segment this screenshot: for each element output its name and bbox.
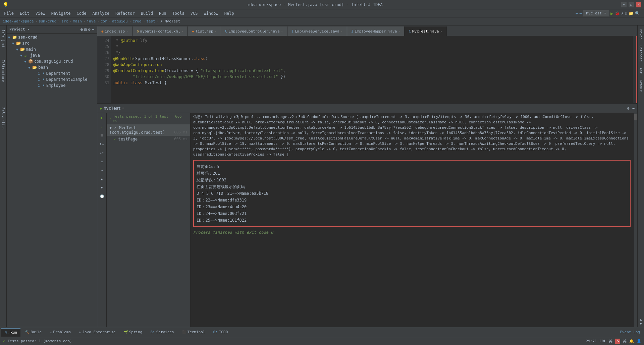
tree-item-src[interactable]: ▼ 📂 src [7,40,97,46]
tree-item-java[interactable]: ▼ ☕ java [7,52,97,58]
bottom-tab-todo[interactable]: 6: TODO [210,328,231,337]
menu-analyze[interactable]: Analyze [90,10,112,16]
bottom-tab-spring[interactable]: 🌱 Spring [120,328,146,337]
menu-refactor[interactable]: Refactor [113,10,138,16]
tree-item-department[interactable]: C • Department [7,70,97,76]
run-down-icon[interactable]: ▼ [99,184,105,191]
bottom-tab-java-enterprise[interactable]: ☕ Java Enterprise [75,328,119,337]
bottom-tab-problems[interactable]: ⚠ Problems [46,328,74,337]
menu-view[interactable]: View [33,10,48,16]
project-settings-icon[interactable]: ⚙ [88,27,91,32]
menu-help[interactable]: Help [222,10,237,16]
test-case-item[interactable]: ✓ testPage 605 ms [107,136,190,142]
run-time-icon[interactable]: 🕐 [99,193,105,199]
project-collapse-icon[interactable]: ⊟ [84,27,87,32]
debug-button[interactable]: 🐞 [615,11,620,16]
menu-file[interactable]: File [1,10,16,16]
run-sort-asc[interactable]: ↑↓ [99,140,105,147]
menu-run[interactable]: Run [156,10,169,16]
log-scrollbar[interactable] [633,113,637,327]
favorites-tool-icon[interactable]: 2:Favorites [1,106,5,131]
run-minimize-icon[interactable]: − [632,106,635,111]
tab-employee-controller[interactable]: C EmployeeController.java ✕ [221,26,287,36]
run-rerun-check[interactable]: ✓ [99,123,105,130]
tree-item-departmentexample[interactable]: C • DepartmentExample [7,76,97,82]
scroll-up-button[interactable]: ▲ [640,318,642,321]
menu-build[interactable]: Build [138,10,156,16]
menu-window[interactable]: Window [201,10,221,16]
tab-employee-mapper[interactable]: I EmployeeMapper.java ✕ [347,26,405,36]
nav-back-icon[interactable]: ← [576,11,578,16]
run-button[interactable]: ▶ [610,11,613,16]
breadcrumb-mvctest[interactable]: ⚡ MvcTest [160,19,180,23]
run-sort-desc[interactable]: ↓↑ [99,149,105,156]
tab-list-jsp[interactable]: ◆ list.jsp ✕ [188,26,221,36]
run-tab-close[interactable]: ✕ [122,106,124,110]
git-logo[interactable]: 👤 [637,339,641,343]
run-export-icon[interactable]: ⇒ [99,167,105,173]
encoding-indicator[interactable]: CRL [600,339,606,343]
breadcrumb-crud[interactable]: crud [132,19,142,23]
structure-tool-icon[interactable]: Z:Structure [1,58,5,83]
bottom-tab-terminal[interactable]: ⬛ Terminal [179,328,209,337]
run-play-button[interactable]: ▶ [99,114,105,121]
tree-item-ssm-crud[interactable]: ▼ 📁 ssm-crud [7,34,97,40]
menu-code[interactable]: Code [74,10,89,16]
toolbar-icon1[interactable]: ⚙ [625,11,627,16]
run-settings-icon[interactable]: ⚙ [627,106,630,111]
lang-indicator[interactable]: 英 [609,339,612,344]
notifications-icon[interactable]: 🔔 [629,339,634,343]
bottom-tab-run[interactable]: 4: Run [1,328,20,337]
run-config-dropdown[interactable]: MvcTest ▾ [583,10,609,16]
tab-mvctest[interactable]: C MvcTest.java ✕ [405,26,446,36]
menu-edit[interactable]: Edit [17,10,32,16]
run-up-icon[interactable]: ▲ [99,175,105,182]
breadcrumb-workspace[interactable]: idea-workspace [3,19,34,23]
breadcrumb-src[interactable]: src [61,19,68,23]
tree-item-bean[interactable]: ▼ 📂 bean [7,64,97,70]
code-content[interactable]: * @author lfy * */ @RunWith(SpringJUnit4… [111,36,633,103]
breadcrumb-test[interactable]: test [146,19,155,23]
tab-index-jsp[interactable]: ◆ index.jsp ✕ [97,26,132,36]
breadcrumb-java[interactable]: java [87,19,96,23]
maximize-button[interactable]: □ [629,2,634,7]
tab-close-controller[interactable]: ✕ [281,30,283,33]
menu-vcs[interactable]: VCS [188,10,201,16]
toolbar-icon3[interactable]: 🔍 [635,11,640,16]
bottom-tab-build[interactable]: 🔨 Build [22,328,45,337]
tab-close-index[interactable]: ✕ [126,30,128,33]
git-indicator[interactable]: S [615,339,620,344]
scroll-down-button[interactable]: ▼ [640,322,642,326]
minimize-button[interactable]: − [621,2,627,7]
tab-close-mvctest[interactable]: ✕ [440,30,442,33]
tab-close-mapper[interactable]: ✕ [398,30,400,33]
tab-mybatis-config[interactable]: ⚙ mybatis-config.xml ✕ [132,26,188,36]
gradle-tab[interactable]: Gradle [639,78,643,93]
close-button[interactable]: ✕ [636,2,641,7]
ant-tab[interactable]: Ant [639,66,643,75]
menu-navigate[interactable]: Navigate [49,10,73,16]
project-tool-icon[interactable]: 1:Project [1,28,5,49]
tab-employee-service[interactable]: I EmployeeService.java ✕ [287,26,347,36]
breadcrumb-main[interactable]: main [73,19,82,23]
nav-forward-icon[interactable]: → [579,11,582,16]
tree-item-main[interactable]: ▼ 📂 main [7,46,97,52]
tree-item-employee[interactable]: C • Employee [7,82,97,89]
tab-close-mybatis[interactable]: ✕ [181,30,183,33]
menu-tools[interactable]: Tools [170,10,187,16]
tab-close-service[interactable]: ✕ [341,30,343,33]
project-hide-icon[interactable]: − [92,27,94,32]
breadcrumb-com[interactable]: com [101,19,107,23]
maven-tab[interactable]: Maven [639,28,643,41]
event-log-link[interactable]: Event Log [620,330,640,334]
coverage-button[interactable]: ⚡ [621,11,624,16]
database-tab[interactable]: Database [639,44,643,63]
project-locate-icon[interactable]: ⊕ [80,27,83,32]
input-method-icon[interactable]: 英 [623,339,627,344]
breadcrumb-ssm-crud[interactable]: ssm-crud [39,19,56,23]
breadcrumb-atguigu[interactable]: atguigu [112,19,127,23]
run-tab-label[interactable]: MvcTest [104,106,121,111]
tree-item-package[interactable]: ▼ 📦 com.atguigu.crud [7,58,97,64]
bottom-tab-services[interactable]: 8: Services [147,328,177,337]
run-sort-icon[interactable]: ≡ [99,158,105,165]
